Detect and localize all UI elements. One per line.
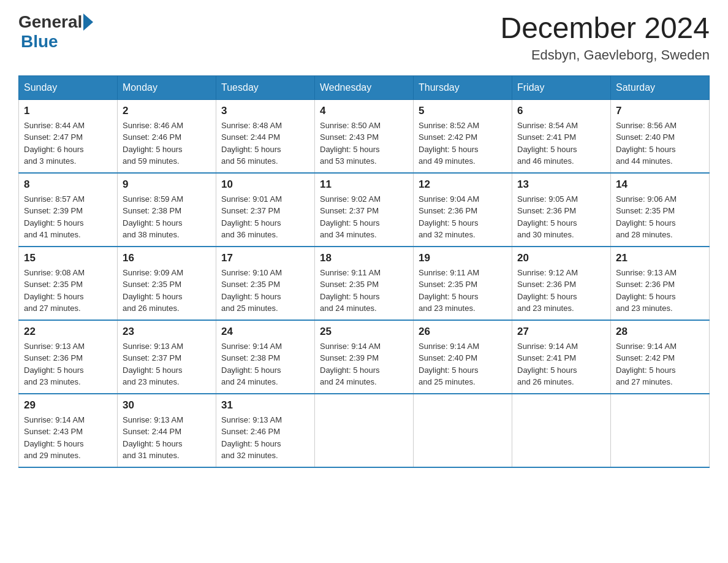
day-number: 23 xyxy=(123,326,211,338)
table-row: 28 Sunrise: 9:14 AMSunset: 2:42 PMDaylig… xyxy=(611,320,710,394)
day-number: 21 xyxy=(616,252,704,264)
calendar-week-row: 1 Sunrise: 8:44 AMSunset: 2:47 PMDayligh… xyxy=(19,99,710,173)
day-info: Sunrise: 9:06 AMSunset: 2:35 PMDaylight:… xyxy=(616,193,704,241)
logo-arrow-icon xyxy=(83,13,93,31)
day-info: Sunrise: 9:14 AMSunset: 2:41 PMDaylight:… xyxy=(517,340,605,388)
header-monday: Monday xyxy=(118,75,216,99)
day-number: 15 xyxy=(24,252,112,264)
day-info: Sunrise: 8:44 AMSunset: 2:47 PMDaylight:… xyxy=(24,120,112,167)
table-row: 21 Sunrise: 9:13 AMSunset: 2:36 PMDaylig… xyxy=(611,247,710,320)
table-row: 8 Sunrise: 8:57 AMSunset: 2:39 PMDayligh… xyxy=(19,173,118,247)
day-number: 2 xyxy=(123,105,211,117)
day-info: Sunrise: 8:54 AMSunset: 2:41 PMDaylight:… xyxy=(517,120,605,167)
table-row: 16 Sunrise: 9:09 AMSunset: 2:35 PMDaylig… xyxy=(118,247,216,320)
table-row: 30 Sunrise: 9:13 AMSunset: 2:44 PMDaylig… xyxy=(118,394,216,467)
logo-general-text: General xyxy=(18,12,82,32)
calendar-title: December 2024 xyxy=(500,12,710,45)
day-info: Sunrise: 9:12 AMSunset: 2:36 PMDaylight:… xyxy=(517,267,605,315)
table-row xyxy=(512,394,611,467)
table-row xyxy=(414,394,512,467)
day-info: Sunrise: 9:08 AMSunset: 2:35 PMDaylight:… xyxy=(24,267,112,315)
day-info: Sunrise: 9:14 AMSunset: 2:38 PMDaylight:… xyxy=(221,340,309,388)
table-row: 25 Sunrise: 9:14 AMSunset: 2:39 PMDaylig… xyxy=(315,320,414,394)
day-number: 26 xyxy=(419,326,507,338)
table-row: 20 Sunrise: 9:12 AMSunset: 2:36 PMDaylig… xyxy=(512,247,611,320)
table-row: 27 Sunrise: 9:14 AMSunset: 2:41 PMDaylig… xyxy=(512,320,611,394)
table-row: 9 Sunrise: 8:59 AMSunset: 2:38 PMDayligh… xyxy=(118,173,216,247)
table-row: 17 Sunrise: 9:10 AMSunset: 2:35 PMDaylig… xyxy=(216,247,315,320)
day-info: Sunrise: 9:04 AMSunset: 2:36 PMDaylight:… xyxy=(419,193,507,241)
day-info: Sunrise: 8:46 AMSunset: 2:46 PMDaylight:… xyxy=(123,120,211,167)
table-row xyxy=(315,394,414,467)
day-info: Sunrise: 8:48 AMSunset: 2:44 PMDaylight:… xyxy=(221,120,309,167)
day-number: 11 xyxy=(320,178,408,191)
table-row: 7 Sunrise: 8:56 AMSunset: 2:40 PMDayligh… xyxy=(611,99,710,173)
day-info: Sunrise: 9:14 AMSunset: 2:43 PMDaylight:… xyxy=(24,414,112,462)
day-info: Sunrise: 8:57 AMSunset: 2:39 PMDaylight:… xyxy=(24,193,112,241)
table-row: 26 Sunrise: 9:14 AMSunset: 2:40 PMDaylig… xyxy=(414,320,512,394)
logo: General Blue xyxy=(18,12,93,52)
day-number: 14 xyxy=(616,178,704,191)
table-row: 19 Sunrise: 9:11 AMSunset: 2:35 PMDaylig… xyxy=(414,247,512,320)
table-row: 29 Sunrise: 9:14 AMSunset: 2:43 PMDaylig… xyxy=(19,394,118,467)
table-row: 31 Sunrise: 9:13 AMSunset: 2:46 PMDaylig… xyxy=(216,394,315,467)
day-number: 10 xyxy=(221,178,309,191)
logo-blue-text: Blue xyxy=(21,32,58,52)
day-info: Sunrise: 9:13 AMSunset: 2:36 PMDaylight:… xyxy=(616,267,704,315)
day-info: Sunrise: 8:52 AMSunset: 2:42 PMDaylight:… xyxy=(419,120,507,167)
day-info: Sunrise: 9:11 AMSunset: 2:35 PMDaylight:… xyxy=(419,267,507,315)
day-info: Sunrise: 8:50 AMSunset: 2:43 PMDaylight:… xyxy=(320,120,408,167)
day-info: Sunrise: 9:13 AMSunset: 2:46 PMDaylight:… xyxy=(221,414,309,462)
day-number: 3 xyxy=(221,105,309,117)
day-info: Sunrise: 9:09 AMSunset: 2:35 PMDaylight:… xyxy=(123,267,211,315)
day-number: 13 xyxy=(517,178,605,191)
table-row: 4 Sunrise: 8:50 AMSunset: 2:43 PMDayligh… xyxy=(315,99,414,173)
table-row: 11 Sunrise: 9:02 AMSunset: 2:37 PMDaylig… xyxy=(315,173,414,247)
day-number: 4 xyxy=(320,105,408,117)
calendar-week-row: 29 Sunrise: 9:14 AMSunset: 2:43 PMDaylig… xyxy=(19,394,710,467)
day-info: Sunrise: 9:11 AMSunset: 2:35 PMDaylight:… xyxy=(320,267,408,315)
header-thursday: Thursday xyxy=(414,75,512,99)
day-number: 18 xyxy=(320,252,408,264)
day-number: 19 xyxy=(419,252,507,264)
table-row: 22 Sunrise: 9:13 AMSunset: 2:36 PMDaylig… xyxy=(19,320,118,394)
table-row: 13 Sunrise: 9:05 AMSunset: 2:36 PMDaylig… xyxy=(512,173,611,247)
day-info: Sunrise: 8:59 AMSunset: 2:38 PMDaylight:… xyxy=(123,193,211,241)
day-number: 1 xyxy=(24,105,112,117)
day-info: Sunrise: 9:02 AMSunset: 2:37 PMDaylight:… xyxy=(320,193,408,241)
day-number: 30 xyxy=(123,399,211,412)
day-number: 6 xyxy=(517,105,605,117)
day-number: 8 xyxy=(24,178,112,191)
day-info: Sunrise: 9:05 AMSunset: 2:36 PMDaylight:… xyxy=(517,193,605,241)
table-row xyxy=(611,394,710,467)
calendar-header-row: Sunday Monday Tuesday Wednesday Thursday… xyxy=(19,75,710,99)
calendar-week-row: 22 Sunrise: 9:13 AMSunset: 2:36 PMDaylig… xyxy=(19,320,710,394)
day-info: Sunrise: 9:01 AMSunset: 2:37 PMDaylight:… xyxy=(221,193,309,241)
header-saturday: Saturday xyxy=(611,75,710,99)
table-row: 2 Sunrise: 8:46 AMSunset: 2:46 PMDayligh… xyxy=(118,99,216,173)
header-wednesday: Wednesday xyxy=(315,75,414,99)
table-row: 3 Sunrise: 8:48 AMSunset: 2:44 PMDayligh… xyxy=(216,99,315,173)
day-number: 25 xyxy=(320,326,408,338)
header-tuesday: Tuesday xyxy=(216,75,315,99)
calendar-week-row: 15 Sunrise: 9:08 AMSunset: 2:35 PMDaylig… xyxy=(19,247,710,320)
day-info: Sunrise: 9:14 AMSunset: 2:42 PMDaylight:… xyxy=(616,340,704,388)
title-section: December 2024 Edsbyn, Gaevleborg, Sweden xyxy=(500,12,710,63)
day-info: Sunrise: 9:13 AMSunset: 2:44 PMDaylight:… xyxy=(123,414,211,462)
day-number: 5 xyxy=(419,105,507,117)
table-row: 10 Sunrise: 9:01 AMSunset: 2:37 PMDaylig… xyxy=(216,173,315,247)
day-number: 9 xyxy=(123,178,211,191)
table-row: 24 Sunrise: 9:14 AMSunset: 2:38 PMDaylig… xyxy=(216,320,315,394)
day-number: 17 xyxy=(221,252,309,264)
table-row: 12 Sunrise: 9:04 AMSunset: 2:36 PMDaylig… xyxy=(414,173,512,247)
day-number: 20 xyxy=(517,252,605,264)
header-sunday: Sunday xyxy=(19,75,118,99)
day-number: 7 xyxy=(616,105,704,117)
day-number: 24 xyxy=(221,326,309,338)
day-number: 16 xyxy=(123,252,211,264)
day-number: 29 xyxy=(24,399,112,412)
table-row: 14 Sunrise: 9:06 AMSunset: 2:35 PMDaylig… xyxy=(611,173,710,247)
table-row: 15 Sunrise: 9:08 AMSunset: 2:35 PMDaylig… xyxy=(19,247,118,320)
table-row: 23 Sunrise: 9:13 AMSunset: 2:37 PMDaylig… xyxy=(118,320,216,394)
calendar-week-row: 8 Sunrise: 8:57 AMSunset: 2:39 PMDayligh… xyxy=(19,173,710,247)
